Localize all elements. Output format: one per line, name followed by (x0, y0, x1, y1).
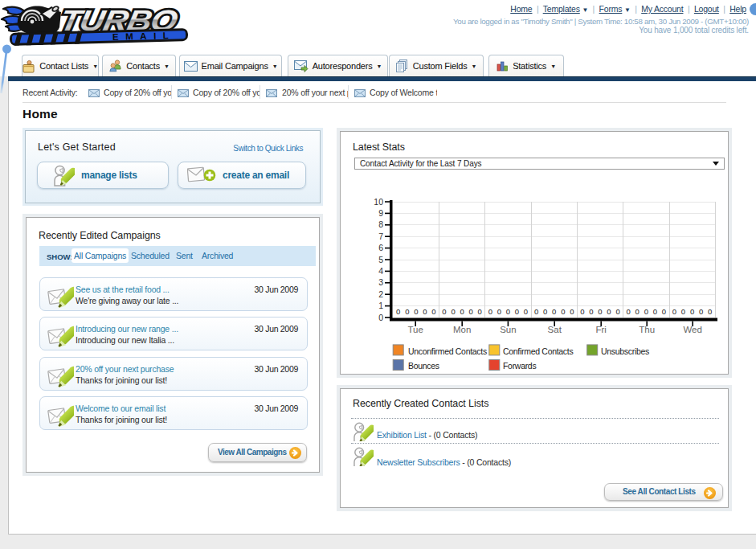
svg-text:2: 2 (378, 289, 383, 299)
svg-text:8: 8 (378, 219, 383, 229)
svg-text:0: 0 (598, 307, 602, 316)
svg-text:0: 0 (423, 307, 427, 316)
svg-text:0: 0 (451, 307, 455, 316)
svg-text:0: 0 (672, 307, 676, 316)
svg-text:0: 0 (570, 307, 574, 316)
svg-text:Sun: Sun (500, 325, 516, 334)
svg-text:Unconfirmed Contacts: Unconfirmed Contacts (408, 346, 487, 356)
svg-text:0: 0 (561, 307, 565, 316)
svg-text:0: 0 (396, 307, 400, 316)
svg-text:0: 0 (497, 307, 501, 316)
svg-text:5: 5 (378, 255, 383, 264)
svg-text:7: 7 (378, 231, 383, 241)
svg-text:0: 0 (478, 307, 482, 316)
svg-text:0: 0 (460, 307, 464, 316)
svg-text:EMAIL: EMAIL (112, 31, 176, 42)
svg-text:0: 0 (607, 307, 611, 316)
svg-text:0: 0 (615, 307, 619, 316)
svg-text:9: 9 (378, 208, 383, 218)
svg-text:10: 10 (374, 197, 383, 207)
svg-text:Bounces: Bounces (408, 361, 439, 371)
svg-text:0: 0 (662, 307, 666, 316)
svg-text:0: 0 (580, 307, 584, 316)
svg-text:0: 0 (524, 307, 528, 316)
svg-text:Mon: Mon (453, 325, 471, 334)
svg-text:0: 0 (644, 307, 648, 316)
svg-text:1: 1 (378, 301, 383, 310)
svg-text:6: 6 (378, 243, 383, 252)
svg-text:Sat: Sat (548, 325, 562, 334)
svg-text:0: 0 (690, 307, 694, 316)
svg-text:0: 0 (627, 307, 631, 316)
svg-text:0: 0 (469, 307, 473, 316)
svg-text:0: 0 (515, 307, 519, 316)
svg-text:0: 0 (635, 307, 640, 316)
svg-text:Tue: Tue (408, 325, 423, 334)
svg-text:0: 0 (552, 307, 556, 316)
svg-text:0: 0 (414, 307, 418, 316)
svg-text:3: 3 (378, 277, 383, 287)
svg-text:Thu: Thu (639, 325, 655, 334)
svg-text:0: 0 (543, 307, 547, 316)
svg-text:0: 0 (589, 307, 593, 316)
svg-text:Confirmed Contacts: Confirmed Contacts (503, 346, 573, 356)
svg-text:4: 4 (378, 266, 383, 276)
svg-text:0: 0 (699, 307, 703, 316)
svg-text:0: 0 (681, 307, 685, 316)
svg-text:0: 0 (488, 307, 492, 316)
svg-text:0: 0 (534, 307, 538, 316)
svg-text:Wed: Wed (683, 325, 701, 334)
svg-text:Forwards: Forwards (503, 361, 536, 371)
svg-text:0: 0 (506, 307, 510, 316)
svg-text:0: 0 (708, 307, 712, 316)
svg-text:0: 0 (653, 307, 657, 316)
svg-text:Fri: Fri (595, 325, 606, 334)
svg-text:0: 0 (378, 313, 383, 322)
svg-text:Unsubscribes: Unsubscribes (601, 346, 649, 356)
svg-text:0: 0 (405, 307, 409, 316)
svg-text:0: 0 (431, 307, 435, 316)
svg-text:0: 0 (442, 307, 446, 316)
